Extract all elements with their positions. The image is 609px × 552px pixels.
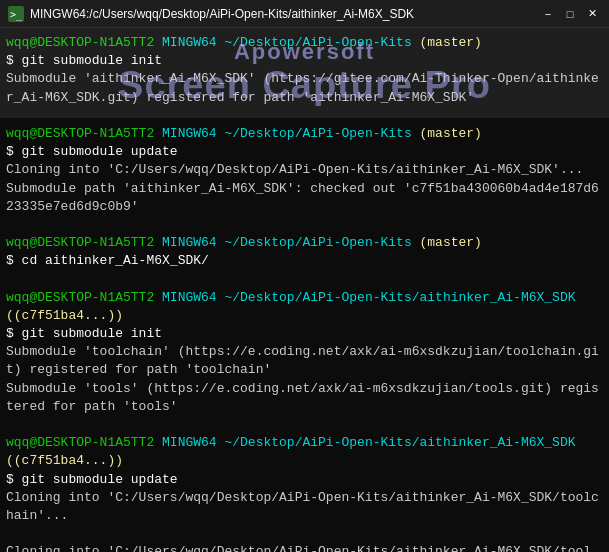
blank-1	[6, 107, 603, 125]
blank-2	[6, 216, 603, 234]
output-line-7: Cloning into 'C:/Users/wqq/Desktop/AiPi-…	[6, 543, 603, 552]
maximize-button[interactable]: □	[561, 5, 579, 23]
title-bar-controls: − □ ✕	[539, 5, 601, 23]
prompt-line-2: wqq@DESKTOP-N1A5TT2 MINGW64 ~/Desktop/Ai…	[6, 125, 603, 143]
app-icon: >_	[8, 6, 24, 22]
command-line-4: $ git submodule init	[6, 325, 603, 343]
prompt-line-3: wqq@DESKTOP-N1A5TT2 MINGW64 ~/Desktop/Ai…	[6, 234, 603, 252]
blank-3	[6, 270, 603, 288]
output-line-2: Cloning into 'C:/Users/wqq/Desktop/AiPi-…	[6, 161, 603, 179]
output-line-3: Submodule path 'aithinker_Ai-M6X_SDK': c…	[6, 180, 603, 216]
svg-text:>_: >_	[10, 9, 23, 21]
command-line-2: $ git submodule update	[6, 143, 603, 161]
output-line-6: Cloning into 'C:/Users/wqq/Desktop/AiPi-…	[6, 489, 603, 525]
command-line-1: $ git submodule init	[6, 52, 603, 70]
prompt-line-4: wqq@DESKTOP-N1A5TT2 MINGW64 ~/Desktop/Ai…	[6, 289, 603, 325]
output-line-4: Submodule 'toolchain' (https://e.coding.…	[6, 343, 603, 379]
prompt-line-1: wqq@DESKTOP-N1A5TT2 MINGW64 ~/Desktop/Ai…	[6, 34, 603, 52]
terminal-window[interactable]: Apowersoft Screen Capture Pro wqq@DESKTO…	[0, 28, 609, 552]
blank-4	[6, 416, 603, 434]
minimize-button[interactable]: −	[539, 5, 557, 23]
blank-5	[6, 525, 603, 543]
command-line-3: $ cd aithinker_Ai-M6X_SDK/	[6, 252, 603, 270]
terminal-content: wqq@DESKTOP-N1A5TT2 MINGW64 ~/Desktop/Ai…	[6, 34, 603, 552]
output-line-5: Submodule 'tools' (https://e.coding.net/…	[6, 380, 603, 416]
prompt-line-5: wqq@DESKTOP-N1A5TT2 MINGW64 ~/Desktop/Ai…	[6, 434, 603, 470]
command-line-5: $ git submodule update	[6, 471, 603, 489]
title-bar-text: MINGW64:/c/Users/wqq/Desktop/AiPi-Open-K…	[30, 7, 533, 21]
output-line-1: Submodule 'aithinker_Ai-M6X_SDK' (https:…	[6, 70, 603, 106]
title-bar: >_ MINGW64:/c/Users/wqq/Desktop/AiPi-Ope…	[0, 0, 609, 28]
close-button[interactable]: ✕	[583, 5, 601, 23]
